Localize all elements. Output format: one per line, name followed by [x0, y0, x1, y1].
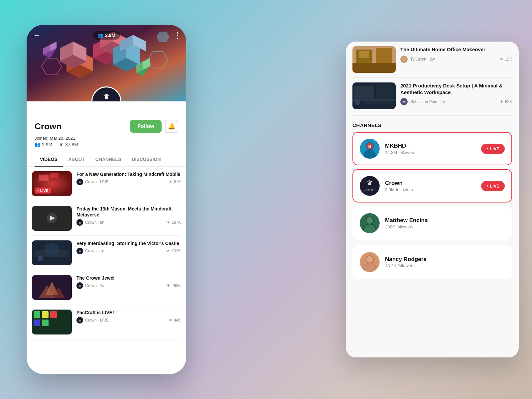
channels-header: CHANNELS: [352, 117, 512, 132]
bell-button[interactable]: 🔔: [165, 120, 178, 133]
mini-avatar: ♛: [76, 179, 83, 185]
video-meta: ♛ Crown · 9h 👁 187K: [76, 219, 181, 226]
video-meta: ♛ Crown · LIVE 👁 61K: [76, 179, 181, 185]
video-item[interactable]: Friday the 13th 'Jason' Meets the Mindcr…: [32, 201, 181, 236]
svg-rect-73: [362, 101, 392, 104]
channel-card-name: MKBHD: [385, 143, 476, 149]
views-info: 👁 293K: [166, 283, 181, 288]
tab-discussion[interactable]: DISCUSSION: [126, 153, 166, 167]
tabs-row: VIDEOS ABOUT CHANNELS DISCUSSION: [27, 153, 186, 167]
channel-avatar: ♛ CROWN: [360, 176, 380, 196]
svg-text:M: M: [368, 145, 371, 148]
people-stat-icon: 👥: [35, 142, 40, 147]
eye-icon: 👁: [500, 99, 504, 104]
recent-info: 2021 Productivity Desk Setup | A Minimal…: [400, 82, 512, 105]
tab-videos[interactable]: VIDEOS: [35, 153, 63, 167]
more-menu-button[interactable]: [176, 31, 180, 40]
mini-avatar: ♛: [76, 248, 83, 254]
channel-card-followers: 18.2K followers: [385, 263, 505, 268]
svg-rect-33: [50, 173, 59, 178]
channel-avatar: [360, 213, 380, 233]
channel-info: ♛ Crown · LIVE: [76, 179, 109, 185]
video-title: Very Interdasting: Storming the Victor's…: [76, 240, 181, 246]
video-thumbnail: [32, 240, 72, 265]
header-banner: ← 👥 2.9M ♛ CROWN: [27, 25, 186, 101]
video-meta: ♛ Crown · 1d 👁 192K: [76, 248, 181, 254]
divider: [352, 115, 512, 116]
recent-video-item[interactable]: The Ultimate Home Office Makeover TJ Ty …: [352, 42, 512, 78]
video-title: For a New Generation: Taking Mindcraft M…: [76, 171, 181, 177]
video-item[interactable]: Very Interdasting: Storming the Victor's…: [32, 236, 181, 270]
views-info: 👁 44K: [169, 318, 181, 323]
eye-icon: 👁: [166, 220, 170, 225]
svg-point-92: [366, 256, 373, 263]
channel-name: Ty Jaxon · 2w: [410, 57, 435, 62]
svg-rect-63: [376, 48, 392, 65]
views-info: 👁 61K: [169, 180, 181, 184]
channels-section: CHANNELS M MKBHD 14.3M f: [352, 117, 512, 279]
video-item[interactable]: The Crown Jewel ♛ Crown · 1d 👁 293K: [32, 270, 181, 305]
video-title: Friday the 13th 'Jason' Meets the Mindcr…: [76, 206, 181, 218]
video-thumbnail: [32, 206, 72, 231]
views-info: 👁 192K: [166, 249, 181, 253]
svg-text:♛: ♛: [79, 181, 81, 184]
svg-text:♛: ♛: [104, 93, 109, 100]
channel-card-info: Nancy Rodgers 18.2K followers: [385, 256, 505, 268]
recent-video-item[interactable]: 2021 Productivity Desk Setup | A Minimal…: [352, 78, 512, 114]
eye-icon: 👁: [500, 57, 504, 62]
video-thumbnail: [32, 275, 72, 300]
svg-text:♛: ♛: [79, 319, 81, 322]
back-button[interactable]: ←: [33, 31, 41, 40]
recent-title: 2021 Productivity Desk Setup | A Minimal…: [400, 82, 512, 95]
svg-text:♛: ♛: [367, 179, 373, 187]
channel-card-followers: 14.3M followers: [385, 150, 476, 155]
views-stat: 👁 37.8M: [59, 142, 78, 147]
views: 👁 12K: [500, 57, 512, 62]
svg-rect-64: [352, 63, 396, 73]
channel-card-matthew[interactable]: Matthew Encina 288K followers: [352, 206, 512, 240]
tab-about[interactable]: ABOUT: [63, 153, 90, 167]
channel-card-name: Crown: [385, 180, 476, 187]
svg-text:SP: SP: [402, 101, 406, 104]
svg-point-72: [355, 100, 360, 105]
people-icon: 👥: [97, 33, 103, 38]
video-title: The Crown Jewel: [76, 275, 181, 281]
channel-avatar: M: [360, 139, 380, 159]
profile-name-row: Crown Follow 🔔: [35, 120, 178, 133]
live-badge: LIVE: [35, 188, 51, 194]
video-thumbnail: [32, 310, 72, 334]
svg-rect-65: [359, 51, 369, 58]
tab-channels[interactable]: CHANNELS: [90, 153, 127, 167]
svg-point-87: [366, 217, 373, 224]
svg-text:CROWN: CROWN: [363, 189, 376, 191]
channel-card-info: Matthew Encina 288K followers: [385, 217, 505, 229]
views-info: 👁 187K: [166, 220, 181, 225]
eye-icon: 👁: [166, 283, 170, 288]
video-item[interactable]: PacCraft is LIVE! ♛ Crown · LIVE 👁 44K: [32, 305, 181, 339]
channel-card-mkbhd[interactable]: M MKBHD 14.3M followers LIVE: [352, 132, 512, 165]
svg-rect-55: [42, 311, 49, 318]
eye-icon: 👁: [169, 318, 173, 323]
svg-rect-70: [376, 84, 394, 99]
channel-info: ♛ Crown · LIVE: [76, 317, 109, 324]
video-info: Friday the 13th 'Jason' Meets the Mindcr…: [76, 206, 181, 226]
channel-card-info: MKBHD 14.3M followers: [385, 143, 476, 155]
video-item[interactable]: LIVE For a New Generation: Taking Mindcr…: [32, 167, 181, 201]
svg-text:♛: ♛: [79, 250, 81, 253]
video-info: PacCraft is LIVE! ♛ Crown · LIVE 👁 44K: [76, 310, 181, 324]
channel-card-name: Matthew Encina: [385, 217, 505, 224]
video-list: LIVE For a New Generation: Taking Mindcr…: [27, 167, 186, 339]
profile-stats: 👥 2.9M 👁 37.8M: [35, 142, 78, 147]
svg-rect-32: [39, 175, 49, 181]
recent-meta: SP Sebastian Pirie · 4h 👁 62K: [400, 98, 512, 105]
follow-button[interactable]: Follow: [130, 120, 162, 133]
mini-avatar: ♛: [76, 282, 83, 289]
profile-section: Crown Follow 🔔 Joined: Mar 20, 2021 👥 2.…: [27, 120, 186, 153]
recent-thumbnail: [352, 82, 396, 109]
channel-card-nancy[interactable]: Nancy Rodgers 18.2K followers: [352, 245, 512, 279]
channel-card-crown[interactable]: ♛ CROWN Crown 2.9M followers LIVE: [352, 169, 512, 202]
eye-icon: 👁: [169, 180, 173, 184]
channel-card-followers: 2.9M followers: [385, 187, 476, 192]
video-info: Very Interdasting: Storming the Victor's…: [76, 240, 181, 254]
recent-thumbnail: [352, 46, 396, 73]
